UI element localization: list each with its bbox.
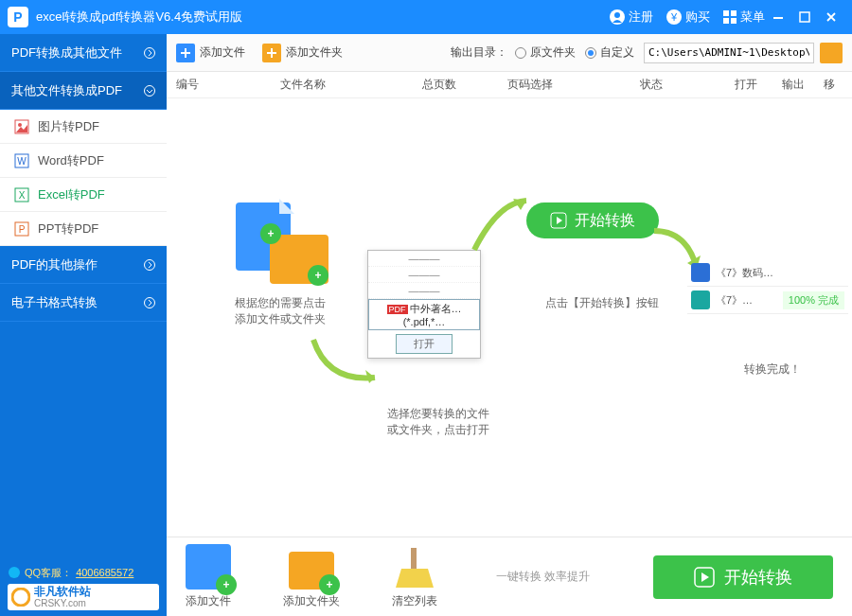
guide-step-1: + + 根据您的需要点击 添加文件或文件夹	[214, 202, 346, 327]
sidebar-item-image-to-pdf[interactable]: 图片转PDF	[0, 110, 167, 144]
svg-rect-7	[731, 18, 737, 24]
radio-original-folder[interactable]: 原文件夹	[515, 44, 576, 61]
svg-point-20	[145, 259, 155, 270]
sidebar-item-ppt-to-pdf[interactable]: P PPT转PDF	[0, 212, 167, 246]
add-folder-label: 添加文件夹	[286, 44, 343, 61]
brand-en: CRSKY.com	[34, 598, 91, 608]
play-icon	[694, 567, 715, 588]
play-icon	[550, 212, 567, 229]
output-dir-label: 输出目录：	[451, 44, 507, 61]
main-panel: 添加文件 添加文件夹 输出目录： 原文件夹 自定义 编号 文件名称 总页数 页码…	[167, 34, 852, 616]
svg-point-10	[145, 47, 155, 58]
minimize-icon	[772, 11, 784, 23]
svg-text:P: P	[19, 224, 26, 235]
bottom-bar: + 添加文件 + 添加文件夹 清空列表 一键转换 效率提升 开始转	[167, 537, 852, 616]
col-filename: 文件名称	[280, 77, 422, 93]
sidebar-item-label: 图片转PDF	[38, 118, 99, 135]
word-icon: W	[13, 152, 30, 169]
tagline-text: 一键转换 效率提升	[496, 569, 590, 585]
table-header-row: 编号 文件名称 总页数 页码选择 状态 打开 输出 移	[167, 72, 852, 98]
menu-label: 菜单	[740, 9, 765, 26]
bottom-add-folder-button[interactable]: + 添加文件夹	[283, 544, 340, 609]
menu-button[interactable]: 菜单	[723, 9, 765, 26]
add-file-button[interactable]: 添加文件	[176, 44, 245, 62]
toolbar: 添加文件 添加文件夹 输出目录： 原文件夹 自定义	[167, 34, 852, 72]
sidebar-cat-label: 其他文件转换成PDF	[11, 82, 122, 99]
word-icon	[691, 263, 710, 282]
chevron-right-icon	[144, 47, 155, 59]
qq-icon	[8, 566, 21, 579]
qq-number: 4006685572	[76, 567, 133, 578]
guide-step-2: ————————— PDF中外著名… (*.pdf,*… 打开 选择您要转换的文…	[367, 250, 509, 438]
sidebar-footer: QQ客服： 4006685572 非凡软件站 CRSKY.com	[0, 560, 167, 616]
result-row-label: 《7》数码…	[716, 266, 773, 280]
sidebar-item-word-to-pdf[interactable]: W Word转PDF	[0, 144, 167, 178]
bottom-add-file-label: 添加文件	[186, 593, 231, 609]
radio-original-label: 原文件夹	[530, 44, 576, 61]
maximize-icon	[799, 11, 810, 23]
sidebar-item-label: Word转PDF	[38, 152, 104, 169]
brand-cn: 非凡软件站	[34, 586, 91, 598]
plus-file-icon	[176, 44, 195, 62]
sidebar-cat-label: 电子书格式转换	[11, 294, 98, 311]
svg-point-11	[145, 85, 155, 96]
close-button[interactable]	[818, 4, 844, 30]
sidebar-item-excel-to-pdf[interactable]: X Excel转PDF	[0, 178, 167, 212]
sidebar-cat-label: PDF转换成其他文件	[11, 44, 122, 62]
app-logo-icon: P	[8, 7, 28, 27]
col-move: 移	[824, 77, 843, 93]
file-filter-text: 中外著名… (*.pdf,*…	[403, 303, 462, 327]
svg-rect-5	[731, 10, 737, 16]
col-seq: 编号	[176, 77, 280, 93]
bottom-clear-button[interactable]: 清空列表	[392, 544, 437, 609]
excel-icon: X	[13, 186, 30, 203]
svg-point-13	[18, 123, 22, 127]
col-open: 打开	[735, 77, 782, 93]
qq-support[interactable]: QQ客服： 4006685572	[8, 566, 159, 580]
purchase-label: 购买	[685, 9, 710, 26]
purchase-button[interactable]: ¥ 购买	[666, 9, 710, 26]
add-folder-button[interactable]: 添加文件夹	[262, 44, 343, 62]
brand-icon	[11, 588, 30, 607]
grid-icon	[723, 10, 737, 24]
svg-rect-6	[723, 18, 729, 24]
radio-custom-label: 自定义	[600, 44, 634, 61]
sidebar-cat-pdf-other-ops[interactable]: PDF的其他操作	[0, 246, 167, 284]
chevron-right-icon	[144, 297, 155, 308]
browse-folder-button[interactable]	[820, 43, 843, 63]
step4-caption: 转换完成！	[687, 361, 852, 378]
done-tag: 100% 完成	[783, 291, 844, 309]
output-path-input[interactable]	[644, 43, 814, 63]
radio-custom-folder[interactable]: 自定义	[585, 44, 634, 61]
text-icon	[691, 290, 710, 309]
svg-point-21	[145, 297, 155, 308]
dialog-open-button: 打开	[396, 334, 453, 354]
chevron-down-icon	[144, 85, 155, 97]
maximize-button[interactable]	[791, 4, 818, 30]
sidebar-cat-pdf-to-other[interactable]: PDF转换成其他文件	[0, 34, 167, 72]
folder-plus-icon: +	[289, 544, 334, 590]
file-plus-icon: +	[186, 544, 231, 590]
svg-text:¥: ¥	[670, 11, 678, 23]
broom-icon	[392, 544, 437, 590]
col-pages: 总页数	[422, 77, 507, 93]
result-row-label: 《7》…	[716, 293, 753, 308]
step2-caption: 选择您要转换的文件 或文件夹，点击打开	[367, 406, 509, 438]
sidebar-cat-ebook-convert[interactable]: 电子书格式转换	[0, 284, 167, 322]
sidebar: PDF转换成其他文件 其他文件转换成PDF 图片转PDF W Word转PDF …	[0, 34, 167, 616]
start-convert-button[interactable]: 开始转换	[653, 555, 833, 599]
svg-point-1	[614, 12, 620, 18]
step3-caption: 点击【开始转换】按钮	[526, 295, 678, 311]
window-title: excel转换成pdf转换器V6.4免费试用版	[36, 9, 596, 26]
add-file-label: 添加文件	[200, 44, 245, 61]
bottom-add-file-button[interactable]: + 添加文件	[186, 544, 231, 609]
bottom-clear-label: 清空列表	[392, 593, 437, 609]
svg-rect-9	[800, 12, 809, 22]
svg-rect-25	[411, 548, 417, 569]
chevron-right-icon	[144, 259, 155, 271]
sidebar-cat-other-to-pdf[interactable]: 其他文件转换成PDF	[0, 72, 167, 110]
minimize-button[interactable]	[765, 4, 791, 30]
ppt-icon: P	[13, 220, 30, 238]
register-button[interactable]: 注册	[610, 9, 653, 26]
guide-step-4: 《7》数码… 《7》…100% 完成 转换完成！	[687, 259, 852, 378]
